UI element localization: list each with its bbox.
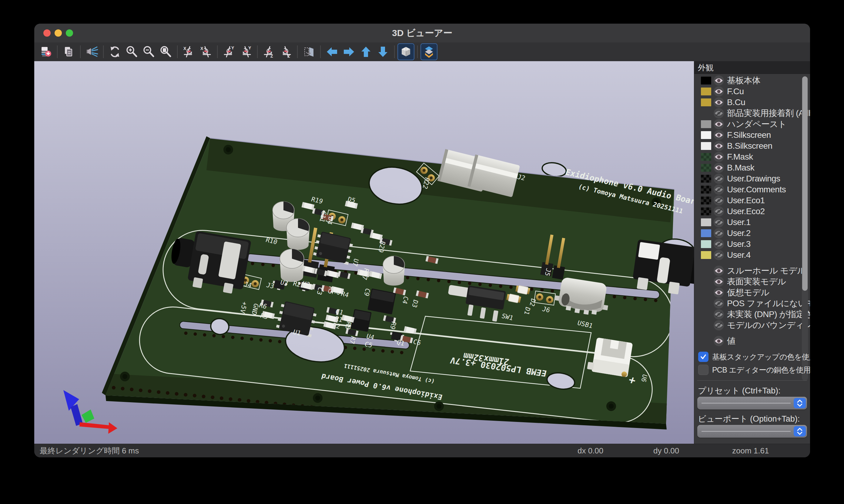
layer-visibility-toggle[interactable] bbox=[713, 119, 724, 129]
eye-hidden-icon bbox=[714, 230, 723, 237]
model-option-row: POS ファイルにないモデ bbox=[694, 298, 810, 309]
toolbar-redraw-button[interactable] bbox=[106, 43, 123, 60]
model-visibility-toggle[interactable] bbox=[713, 287, 724, 298]
layer-visibility-toggle[interactable] bbox=[713, 152, 724, 162]
appearance-panel: 外観 基板本体F.CuB.Cu部品実装用接着剤 (AdheハンダペーストF.Si… bbox=[694, 61, 810, 444]
model-visibility-toggle[interactable] bbox=[713, 309, 724, 320]
layer-visibility-toggle[interactable] bbox=[713, 86, 724, 96]
toolbar-appearance-manager-button[interactable] bbox=[420, 43, 437, 60]
eye-visible-icon bbox=[714, 154, 723, 160]
layer-color-swatch[interactable] bbox=[701, 240, 711, 248]
toolbar-separator bbox=[57, 46, 57, 58]
panel-scrollbar-thumb[interactable] bbox=[802, 76, 808, 291]
layer-color-swatch[interactable] bbox=[701, 142, 711, 150]
layer-color-swatch[interactable] bbox=[701, 197, 711, 204]
layer-row-User.Comments: User.Comments bbox=[694, 184, 810, 195]
toolbar-pan-right-button[interactable] bbox=[341, 43, 358, 60]
layer-visibility-toggle[interactable] bbox=[713, 239, 724, 249]
toolbar-zoom-out-button[interactable] bbox=[140, 43, 157, 60]
layer-visibility-toggle[interactable] bbox=[713, 75, 724, 86]
toolbar-flip-board-button[interactable] bbox=[300, 43, 317, 60]
layer-color-swatch[interactable] bbox=[701, 186, 711, 194]
pcb-3d-render[interactable]: Exidiophone v6.0 Audio Board(c) Tomoya M… bbox=[34, 61, 694, 444]
layer-color-swatch[interactable] bbox=[701, 88, 711, 95]
toolbar-zoom-in-button[interactable] bbox=[123, 43, 140, 60]
model-visibility-toggle[interactable] bbox=[713, 320, 724, 330]
layer-visibility-toggle[interactable] bbox=[713, 97, 724, 108]
model-visibility-toggle[interactable] bbox=[713, 266, 724, 276]
eye-hidden-icon bbox=[714, 186, 723, 193]
toolbar-pan-up-button[interactable] bbox=[358, 43, 374, 60]
eye-hidden-icon bbox=[714, 208, 723, 215]
3d-viewport[interactable]: Exidiophone v6.0 Audio Board(c) Tomoya M… bbox=[34, 61, 694, 444]
layer-visibility-toggle[interactable] bbox=[713, 163, 724, 173]
toolbar-rotate-x-ccw-button[interactable]: X bbox=[197, 43, 214, 60]
viewport-dropdown-stepper-icon[interactable] bbox=[794, 426, 806, 436]
layer-visibility-toggle[interactable] bbox=[713, 217, 724, 228]
layer-color-swatch[interactable] bbox=[701, 131, 711, 139]
toolbar-rotate-z-cw-button[interactable]: Z bbox=[260, 43, 277, 60]
layer-color-swatch[interactable] bbox=[701, 208, 711, 215]
layer-color-swatch[interactable] bbox=[701, 120, 711, 128]
zoom-out-icon bbox=[142, 46, 155, 58]
toolbar-copy-image-button[interactable] bbox=[60, 43, 77, 60]
eye-hidden-icon bbox=[714, 241, 723, 248]
use-stackup-colors-checkbox[interactable] bbox=[698, 352, 708, 362]
toolbar-pan-left-button[interactable] bbox=[324, 43, 341, 60]
layer-color-swatch[interactable] bbox=[701, 218, 711, 226]
eye-visible-icon bbox=[714, 77, 723, 84]
layer-row-User.4: User.4 bbox=[694, 250, 810, 260]
appearance-panel-header: 外観 bbox=[694, 61, 810, 74]
toolbar-separator bbox=[103, 46, 104, 58]
toolbar-rotate-y-ccw-button[interactable]: Y bbox=[237, 43, 254, 60]
value-visibility-toggle[interactable] bbox=[713, 336, 724, 346]
toolbar-rotate-x-cw-button[interactable]: X bbox=[180, 43, 197, 60]
viewport-dropdown[interactable] bbox=[697, 425, 807, 438]
layer-color-swatch[interactable] bbox=[701, 251, 711, 259]
toolbar-pan-down-button[interactable] bbox=[374, 43, 391, 60]
eye-hidden-icon bbox=[714, 252, 723, 258]
layer-visibility-toggle[interactable] bbox=[713, 195, 724, 206]
layer-color-swatch[interactable] bbox=[701, 229, 711, 237]
panel-scrollbar[interactable] bbox=[802, 76, 808, 381]
layer-color-swatch[interactable] bbox=[701, 153, 711, 161]
eye-hidden-icon bbox=[714, 219, 723, 226]
toolbar-rotate-y-cw-button[interactable]: Y bbox=[220, 43, 237, 60]
layer-visibility-toggle[interactable] bbox=[713, 184, 724, 195]
preset-dropdown-stepper-icon[interactable] bbox=[794, 398, 806, 408]
toolbar-orthographic-projection-button[interactable] bbox=[397, 43, 414, 60]
svg-text:X: X bbox=[184, 46, 187, 51]
model-visibility-toggle[interactable] bbox=[713, 298, 724, 309]
layer-visibility-toggle[interactable] bbox=[713, 174, 724, 184]
layer-color-swatch[interactable] bbox=[701, 77, 711, 85]
layer-visibility-toggle[interactable] bbox=[713, 141, 724, 151]
eye-hidden-icon bbox=[714, 300, 723, 307]
layer-visibility-toggle[interactable] bbox=[713, 250, 724, 260]
layer-color-swatch[interactable] bbox=[701, 175, 711, 183]
toolbar-separator bbox=[217, 46, 218, 58]
toolbar-render-current-view-button[interactable] bbox=[83, 43, 100, 60]
layer-row-B.Mask: B.Mask bbox=[694, 162, 810, 173]
eye-visible-icon bbox=[714, 132, 723, 139]
rotate-y-cw-icon: Y bbox=[223, 46, 235, 58]
layer-color-swatch[interactable] bbox=[701, 98, 711, 106]
viewport-label: ビューポート (Option+Tab): bbox=[698, 413, 800, 424]
flip-board-icon bbox=[303, 46, 315, 58]
toolbar-zoom-to-fit-button[interactable] bbox=[157, 43, 174, 60]
layer-visibility-toggle[interactable] bbox=[713, 228, 724, 238]
use-pcb-copper-colors-checkbox[interactable] bbox=[698, 365, 708, 375]
layer-visibility-toggle[interactable] bbox=[713, 206, 724, 217]
preset-dropdown[interactable] bbox=[697, 397, 807, 410]
zoom-in-icon bbox=[125, 46, 138, 58]
dx-status: dx 0.00 bbox=[578, 444, 603, 457]
toolbar-separator bbox=[394, 46, 395, 58]
toolbar-rotate-z-ccw-button[interactable]: Z bbox=[277, 43, 294, 60]
toolbar-reload-board-button[interactable] bbox=[37, 43, 54, 60]
layer-visibility-toggle[interactable] bbox=[713, 130, 724, 140]
model-visibility-toggle[interactable] bbox=[713, 276, 724, 287]
layer-color-swatch[interactable] bbox=[701, 164, 711, 172]
layer-visibility-toggle[interactable] bbox=[713, 108, 724, 119]
eye-visible-icon bbox=[714, 289, 723, 296]
layer-row-B.Cu: B.Cu bbox=[694, 97, 810, 108]
layer-row-User.1: User.1 bbox=[694, 217, 810, 228]
